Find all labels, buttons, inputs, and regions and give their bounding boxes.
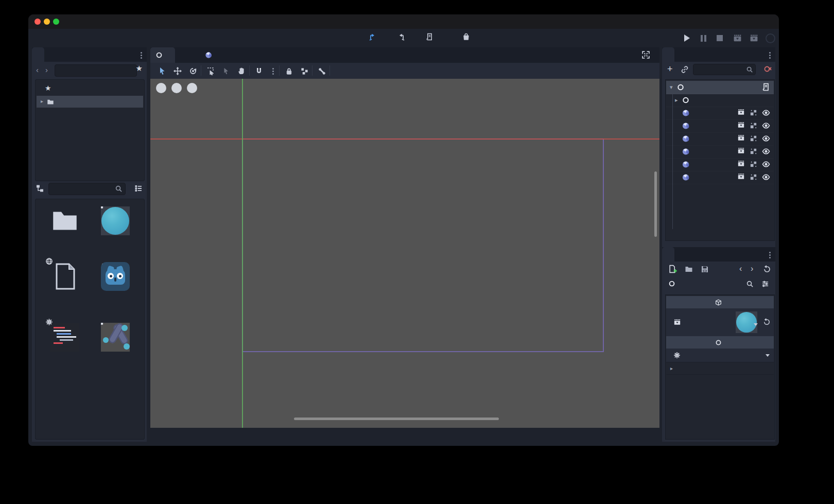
visibility-toggle[interactable] <box>762 173 771 182</box>
history-forward-button[interactable]: › <box>751 264 753 273</box>
open-instance-button[interactable] <box>737 134 746 143</box>
open-instance-button[interactable] <box>737 109 746 117</box>
file-icon-png[interactable] <box>90 262 140 293</box>
pause-button[interactable] <box>698 33 709 43</box>
visibility-toggle[interactable] <box>762 160 771 169</box>
lock-object-button[interactable] <box>283 65 294 77</box>
viewport-canvas[interactable] <box>150 79 659 428</box>
inspector-menu-icon[interactable] <box>769 251 771 261</box>
select-tool-button[interactable] <box>157 65 168 77</box>
ball-resource-picker[interactable] <box>736 311 757 333</box>
fs-path-breadcrumb[interactable] <box>55 64 137 77</box>
close-window-button[interactable] <box>34 19 41 25</box>
tree-row-ball2[interactable] <box>666 119 774 133</box>
workspace-assetlib-button[interactable] <box>462 33 473 41</box>
workspace-2d-button[interactable] <box>369 33 379 41</box>
tree-row-ball3[interactable] <box>666 132 774 146</box>
revert-ball-button[interactable] <box>763 318 771 326</box>
play-custom-scene-button[interactable] <box>748 33 759 43</box>
move-tool-button[interactable] <box>172 65 183 77</box>
section-script-variables[interactable] <box>666 296 774 308</box>
new-resource-button[interactable] <box>668 265 677 273</box>
list-select-tool-button[interactable] <box>205 65 216 77</box>
script-attached-button[interactable] <box>762 83 771 92</box>
group-object-button[interactable] <box>299 65 310 77</box>
minimize-window-button[interactable] <box>44 19 50 25</box>
section-node[interactable] <box>666 336 774 349</box>
delete-node-button[interactable] <box>763 65 772 73</box>
horizontal-scrollbar[interactable] <box>294 418 499 420</box>
editable-children-icon[interactable] <box>750 160 758 169</box>
distraction-free-button[interactable] <box>641 50 650 59</box>
tab-import[interactable] <box>695 47 707 62</box>
add-node-button[interactable]: + <box>667 64 673 75</box>
play-button[interactable] <box>681 33 692 43</box>
visibility-toggle[interactable] <box>762 134 771 143</box>
snap-options-menu[interactable] <box>268 65 279 77</box>
tree-row-ball4[interactable] <box>666 145 774 159</box>
object-options-button[interactable] <box>761 280 769 288</box>
play-scene-button[interactable] <box>732 33 743 43</box>
expander-icon[interactable]: ▸ <box>41 98 43 104</box>
editable-children-icon[interactable] <box>750 109 758 117</box>
open-instance-button[interactable] <box>737 173 746 182</box>
visibility-toggle[interactable] <box>762 147 771 156</box>
fs-back-button[interactable]: ‹ <box>36 65 39 74</box>
vertical-scrollbar[interactable] <box>654 171 657 237</box>
dock-menu-icon[interactable] <box>769 51 771 61</box>
favorite-star-button[interactable]: ★ <box>136 64 143 73</box>
open-instance-button[interactable] <box>737 147 746 156</box>
instance-scene-button[interactable] <box>681 65 689 74</box>
object-history-button[interactable] <box>763 265 771 273</box>
file-assets[interactable] <box>40 206 90 237</box>
tab-inspector[interactable] <box>662 247 674 262</box>
move-pivot-button[interactable] <box>220 65 232 77</box>
property-search-button[interactable] <box>746 280 754 288</box>
fs-forward-button[interactable]: › <box>45 65 48 74</box>
tree-row-main[interactable]: ▾ <box>666 81 774 94</box>
zoom-out-button[interactable] <box>156 83 166 93</box>
editable-children-icon[interactable] <box>750 147 758 156</box>
visibility-toggle[interactable] <box>762 121 771 130</box>
save-resource-button[interactable] <box>701 265 709 273</box>
visibility-toggle[interactable] <box>762 109 771 117</box>
collapse-icon[interactable]: ▾ <box>670 84 676 91</box>
zoom-in-button[interactable] <box>187 83 197 93</box>
zoom-reset-button[interactable] <box>171 83 182 93</box>
file-main-tscn[interactable] <box>90 323 140 354</box>
file-ball-tscn[interactable] <box>90 206 140 237</box>
tree-row-ball6[interactable] <box>666 171 774 184</box>
favorite-res-row[interactable]: ▸ <box>37 96 143 108</box>
workspace-script-button[interactable] <box>426 33 436 41</box>
chevron-down-icon[interactable] <box>766 354 770 357</box>
tab-scene-main[interactable] <box>150 47 175 63</box>
fs-search-input[interactable] <box>48 183 126 195</box>
rotate-tool-button[interactable] <box>187 65 199 77</box>
fs-display-mode-button[interactable] <box>134 184 143 193</box>
file-main-gd[interactable] <box>40 323 90 354</box>
tab-node[interactable] <box>705 247 718 262</box>
workspace-3d-button[interactable] <box>397 33 407 41</box>
editable-children-icon[interactable] <box>750 173 758 182</box>
smart-snap-button[interactable] <box>253 65 265 77</box>
expand-icon[interactable]: ▸ <box>675 97 681 103</box>
history-back-button[interactable]: ‹ <box>739 264 742 273</box>
tree-row-ball5[interactable] <box>666 158 774 171</box>
section-pause-collapsed[interactable]: ▸ <box>666 362 774 375</box>
load-resource-button[interactable] <box>685 265 693 273</box>
open-instance-button[interactable] <box>737 121 746 130</box>
tab-filesystem[interactable] <box>32 47 44 62</box>
tree-row-ball[interactable] <box>666 107 774 120</box>
fs-tree-toggle-button[interactable] <box>36 184 44 193</box>
tab-scene[interactable] <box>662 47 674 62</box>
editable-children-icon[interactable] <box>750 134 758 143</box>
tab-scene-ball[interactable] <box>200 47 220 63</box>
pan-tool-button[interactable] <box>236 65 247 77</box>
skeleton-options-button[interactable] <box>316 65 327 77</box>
open-instance-button[interactable] <box>737 160 746 169</box>
zoom-window-button[interactable] <box>53 19 59 25</box>
file-default-env[interactable] <box>40 262 90 293</box>
filesystem-menu-icon[interactable] <box>141 51 143 61</box>
tree-row-wallcontainer[interactable]: ▸ <box>666 94 774 107</box>
stop-button[interactable] <box>714 33 725 43</box>
